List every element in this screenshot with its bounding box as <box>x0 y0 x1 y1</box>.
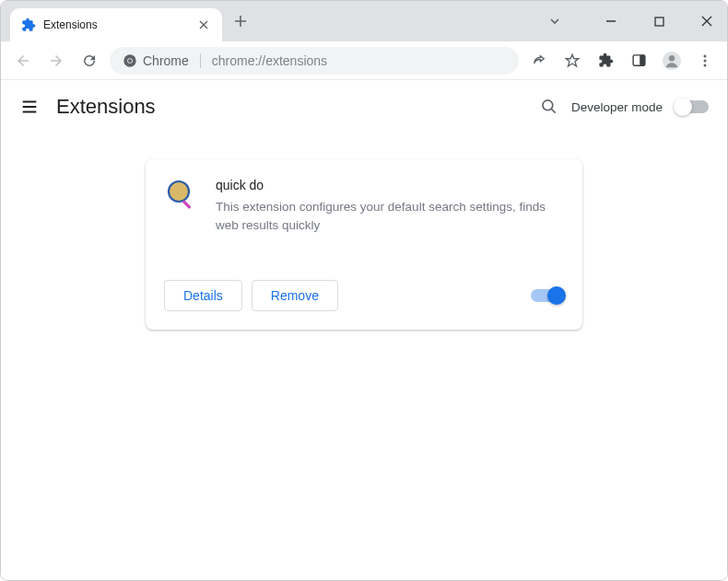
omnibox-divider <box>200 53 201 68</box>
forward-button <box>43 48 69 74</box>
developer-mode-label: Developer mode <box>571 100 663 114</box>
share-icon[interactable] <box>526 48 552 74</box>
svg-rect-5 <box>640 55 645 65</box>
extension-card-actions: Details Remove <box>164 280 564 311</box>
page-content: Extensions Developer mode <box>1 80 727 580</box>
browser-tab[interactable]: Extensions <box>10 8 222 41</box>
svg-point-11 <box>543 100 553 110</box>
header-right: Developer mode <box>540 98 709 116</box>
remove-button[interactable]: Remove <box>252 280 338 311</box>
toolbar: Chrome chrome://extensions <box>1 41 727 80</box>
search-icon[interactable] <box>540 98 558 116</box>
address-bar[interactable]: Chrome chrome://extensions <box>110 47 519 75</box>
details-button[interactable]: Details <box>164 280 242 311</box>
extension-enable-toggle[interactable] <box>531 289 564 302</box>
svg-point-12 <box>169 181 189 202</box>
profile-avatar-icon[interactable] <box>659 48 685 74</box>
omnibox-chip-label: Chrome <box>143 53 189 68</box>
svg-point-9 <box>704 59 707 62</box>
page-title: Extensions <box>56 95 156 119</box>
tab-title: Extensions <box>43 18 189 31</box>
browser-window: Extensions <box>0 0 728 581</box>
extension-toggle-wrap <box>531 289 564 302</box>
side-panel-icon[interactable] <box>626 48 652 74</box>
svg-point-3 <box>128 59 132 63</box>
extension-info: quick do This extension configures your … <box>216 178 564 236</box>
extension-card-header: quick do This extension configures your … <box>164 178 564 236</box>
tabs-dropdown-icon[interactable] <box>548 15 561 28</box>
maximize-button[interactable] <box>646 8 672 34</box>
kebab-menu-icon[interactable] <box>692 48 718 74</box>
extensions-puzzle-icon[interactable] <box>593 48 618 74</box>
omnibox-chip: Chrome <box>123 53 189 68</box>
window-controls <box>548 1 720 41</box>
new-tab-button[interactable] <box>233 14 248 29</box>
svg-point-10 <box>704 64 707 66</box>
svg-point-8 <box>704 54 707 57</box>
developer-mode-toggle[interactable] <box>675 100 709 113</box>
bookmark-star-icon[interactable] <box>559 48 585 74</box>
hamburger-menu-icon[interactable] <box>19 97 40 117</box>
back-button <box>10 48 36 74</box>
svg-point-7 <box>669 55 675 61</box>
extension-app-icon <box>164 178 197 211</box>
minimize-button[interactable] <box>598 8 624 34</box>
close-button[interactable] <box>694 8 720 34</box>
svg-rect-13 <box>182 200 192 209</box>
chrome-logo-icon <box>123 53 137 68</box>
tab-close-icon[interactable] <box>196 17 211 32</box>
reload-button[interactable] <box>76 48 102 74</box>
extensions-grid: quick do This extension configures your … <box>1 134 727 330</box>
extension-card: quick do This extension configures your … <box>146 159 582 330</box>
omnibox-url: chrome://extensions <box>212 53 327 68</box>
extension-puzzle-icon <box>21 17 36 32</box>
titlebar: Extensions <box>1 1 727 41</box>
svg-rect-0 <box>655 17 663 26</box>
extension-description: This extension configures your default s… <box>216 198 564 236</box>
extension-name: quick do <box>216 178 564 192</box>
page-header: Extensions Developer mode <box>1 80 727 134</box>
